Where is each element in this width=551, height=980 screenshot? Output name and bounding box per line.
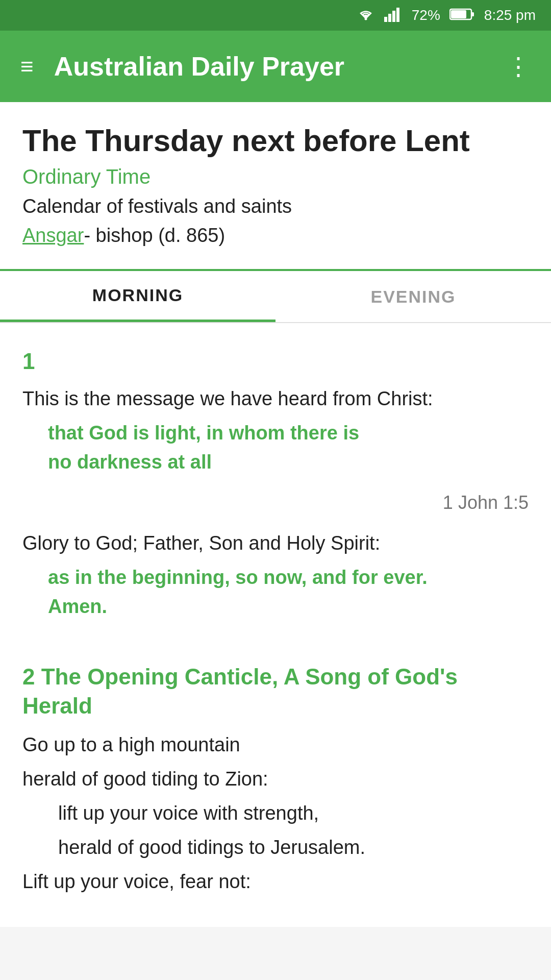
- section-2-line-2: herald of good tiding to Zion:: [22, 765, 529, 794]
- section-1-reference: 1 John 1:5: [22, 492, 529, 513]
- section-1-number: 1: [22, 349, 529, 374]
- section-1-green: that God is light, in whom there isno da…: [48, 419, 529, 477]
- app-bar: ≡ Australian Daily Prayer ⋮: [0, 31, 551, 102]
- more-options-icon[interactable]: ⋮: [506, 52, 531, 81]
- section-2-line-5: Lift up your voice, fear not:: [22, 867, 529, 896]
- date-card: The Thursday next before Lent Ordinary T…: [0, 102, 551, 271]
- svg-rect-4: [396, 8, 399, 22]
- status-icons: 72% 8:25 pm: [357, 6, 536, 25]
- tabs-container: MORNING EVENING: [0, 271, 551, 323]
- section-1-intro: This is the message we have heard from C…: [22, 384, 529, 413]
- tab-morning[interactable]: MORNING: [0, 271, 276, 322]
- svg-rect-2: [388, 14, 391, 22]
- svg-rect-7: [451, 10, 466, 18]
- date-title: The Thursday next before Lent: [22, 122, 529, 159]
- section-1-response-green: as in the beginning, so now, and for eve…: [48, 563, 529, 621]
- wifi-icon: [357, 6, 375, 25]
- svg-rect-3: [392, 11, 395, 22]
- calendar-label: Calendar of festivals and saints: [22, 195, 529, 217]
- menu-icon[interactable]: ≡: [20, 55, 34, 78]
- battery-icon: [449, 8, 475, 23]
- signal-icon: [384, 7, 403, 24]
- section-2-line-3: lift up your voice with strength,: [58, 799, 529, 828]
- saint-description: - bishop (d. 865): [84, 225, 225, 247]
- svg-rect-6: [471, 12, 474, 16]
- time: 8:25 pm: [484, 7, 536, 23]
- section-2-line-1: Go up to a high mountain: [22, 730, 529, 760]
- status-bar: 72% 8:25 pm: [0, 0, 551, 31]
- battery-percentage: 72%: [412, 7, 440, 23]
- main-content: 1 This is the message we have heard from…: [0, 323, 551, 927]
- saint-row: Ansgar - bishop (d. 865): [22, 225, 529, 247]
- saint-link[interactable]: Ansgar: [22, 225, 84, 247]
- season-label: Ordinary Time: [22, 165, 529, 188]
- tab-evening[interactable]: EVENING: [276, 271, 551, 322]
- section-2-line-4: herald of good tidings to Jerusalem.: [58, 833, 529, 862]
- svg-rect-1: [384, 17, 387, 22]
- section-1-response-plain: Glory to God; Father, Son and Holy Spiri…: [22, 529, 529, 558]
- svg-point-0: [364, 17, 367, 20]
- app-title: Australian Daily Prayer: [54, 51, 486, 82]
- section-2-heading: 2 The Opening Canticle, A Song of God's …: [22, 662, 529, 720]
